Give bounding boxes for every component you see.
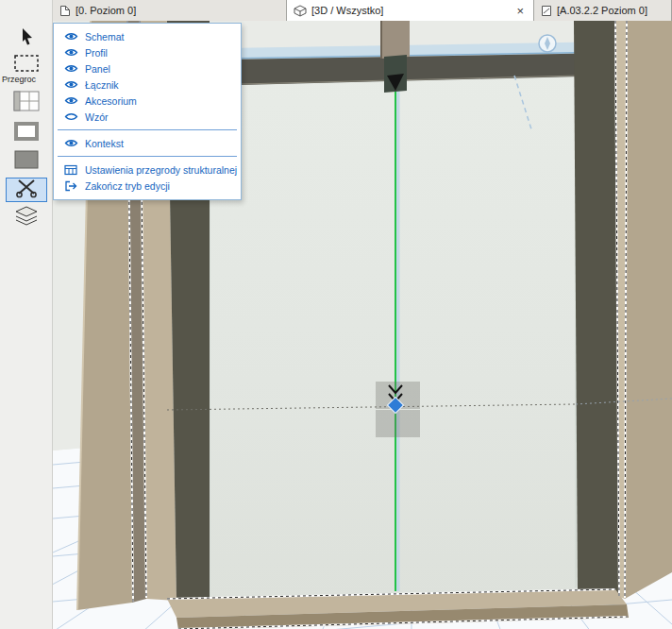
tab-label: [3D / Wszystko] — [311, 5, 383, 16]
panel-tool[interactable] — [6, 149, 47, 174]
junction-scissors-icon — [15, 178, 38, 202]
menu-item-label: Kontekst — [85, 138, 124, 149]
floor-plan-tab-icon — [59, 5, 71, 17]
arrow-cursor-icon — [16, 26, 37, 51]
menu-item-label: Akcesorium — [85, 95, 137, 107]
tab-label: [A.03.2.2 Poziom 0] — [557, 5, 647, 16]
menu-item-label: Panel — [85, 63, 110, 75]
profile-frame-icon — [13, 121, 40, 145]
menu-item-zakoncz-tryb-edycji[interactable]: Zakończ tryb edycji — [54, 178, 241, 194]
eye-open-icon — [63, 47, 78, 58]
menu-item-ustawienia-przegrody[interactable]: Ustawienia przegrody strukturalnej — [54, 162, 241, 178]
accessory-tool[interactable] — [6, 206, 47, 230]
menu-item-kontekst[interactable]: Kontekst — [54, 135, 241, 151]
menu-item-label: Schemat — [85, 31, 124, 42]
right-column — [574, 21, 672, 599]
edit-mode-menu: Schemat Profil Panel Łącznik Akcesorium … — [53, 23, 242, 200]
tab-floor-plan[interactable]: [0. Poziom 0] — [53, 0, 287, 21]
close-icon[interactable]: × — [513, 5, 527, 17]
mullion-green-line[interactable] — [395, 89, 398, 591]
menu-item-label: Wzór — [85, 111, 109, 123]
menu-item-panel[interactable]: Panel — [54, 60, 241, 76]
menu-separator — [58, 129, 237, 130]
tool-sidebar: Przegroc — [0, 0, 53, 629]
menu-item-schemat[interactable]: Schemat — [54, 28, 241, 44]
menu-separator — [58, 156, 237, 157]
eye-outline-icon — [63, 111, 78, 122]
marquee-icon — [14, 55, 39, 76]
eye-open-icon — [63, 138, 78, 148]
junction-tool[interactable] — [6, 178, 47, 202]
tab-label: [0. Poziom 0] — [76, 5, 136, 16]
exit-edit-icon — [63, 180, 78, 192]
eye-open-icon — [63, 95, 78, 106]
tab-3d-view[interactable]: [3D / Wszystko] × — [287, 0, 534, 21]
select-arrow-tool[interactable] — [6, 26, 47, 51]
menu-item-lacznik[interactable]: Łącznik — [54, 76, 241, 93]
menu-item-wzor[interactable]: Wzór — [54, 109, 241, 125]
panel-icon — [13, 149, 40, 174]
mullion-top-connector — [381, 21, 410, 93]
eye-open-icon — [63, 63, 78, 74]
menu-item-label: Zakończ tryb edycji — [85, 180, 170, 192]
scheme-tool[interactable] — [6, 91, 47, 115]
toolbox-group-label: Przegroc — [2, 75, 53, 84]
menu-item-akcesorium[interactable]: Akcesorium — [54, 93, 241, 109]
layers-icon — [14, 206, 39, 230]
menu-item-label: Ustawienia przegrody strukturalnej — [85, 164, 237, 176]
section-tab-icon — [541, 5, 552, 17]
tab-section[interactable]: [A.03.2.2 Poziom 0] — [534, 0, 672, 21]
menu-item-label: Łącznik — [85, 79, 119, 91]
orbit-compass-icon[interactable] — [539, 35, 556, 52]
tab-bar: [0. Poziom 0] [3D / Wszystko] × [A.03.2.… — [53, 0, 672, 21]
cube-3d-icon — [294, 5, 307, 17]
scheme-grid-icon — [13, 91, 40, 115]
eye-open-icon — [63, 79, 78, 90]
settings-grid-icon — [63, 164, 78, 176]
menu-item-label: Profil — [85, 47, 108, 59]
menu-item-profil[interactable]: Profil — [54, 44, 241, 60]
profile-tool[interactable] — [6, 121, 47, 145]
eye-open-icon — [63, 31, 78, 42]
